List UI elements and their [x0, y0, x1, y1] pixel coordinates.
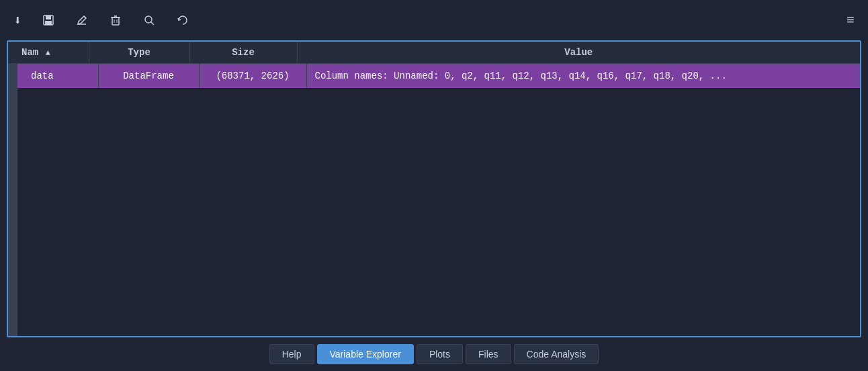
col-value-label: Value [564, 47, 593, 58]
table-row[interactable]: data DataFrame (68371, 2626) Column name… [17, 64, 860, 88]
download-icon[interactable]: ⬇ [13, 12, 21, 29]
col-header-size[interactable]: Size [189, 42, 297, 64]
search-icon[interactable] [142, 13, 156, 27]
cell-value: Column names: Unnamed: 0, q2, q11, q12, … [306, 64, 860, 88]
data-table: Nam ▲ Type Size Value [8, 42, 860, 64]
refresh-icon[interactable] [176, 13, 189, 27]
col-header-value[interactable]: Value [297, 42, 860, 64]
col-name-label: Nam [21, 47, 38, 58]
edit-icon[interactable] [75, 13, 89, 27]
table-body-wrapper: data DataFrame (68371, 2626) Column name… [8, 64, 860, 336]
sort-asc-icon: ▲ [46, 48, 50, 58]
svg-point-9 [145, 16, 152, 23]
svg-rect-2 [45, 21, 52, 25]
delete-icon[interactable] [109, 13, 122, 27]
col-type-label: Type [128, 47, 150, 58]
svg-rect-4 [112, 17, 119, 25]
tab-help[interactable]: Help [269, 344, 314, 364]
svg-rect-1 [46, 15, 51, 19]
table-scroll-area[interactable]: data DataFrame (68371, 2626) Column name… [17, 64, 860, 336]
left-accent-bar [8, 64, 17, 336]
tab-code-analysis[interactable]: Code Analysis [514, 344, 599, 364]
bottom-tab-bar: Help Variable Explorer Plots Files Code … [0, 337, 868, 371]
cell-type: DataFrame [98, 64, 199, 88]
tab-plots[interactable]: Plots [417, 344, 463, 364]
hamburger-menu-icon[interactable]: ≡ [847, 13, 855, 28]
cell-name: data [17, 64, 98, 88]
main-content: Nam ▲ Type Size Value [0, 40, 868, 337]
save-icon[interactable] [42, 13, 55, 27]
svg-line-10 [151, 22, 154, 25]
cell-size: (68371, 2626) [199, 64, 306, 88]
col-header-type[interactable]: Type [89, 42, 189, 64]
col-size-label: Size [232, 47, 255, 58]
tab-files[interactable]: Files [466, 344, 511, 364]
variable-explorer-table: Nam ▲ Type Size Value [7, 40, 861, 337]
toolbar: ⬇ ≡ [0, 0, 868, 40]
data-table-body: data DataFrame (68371, 2626) Column name… [17, 64, 860, 88]
table-header-row: Nam ▲ Type Size Value [8, 42, 860, 64]
col-header-name[interactable]: Nam ▲ [8, 42, 89, 64]
tab-variable-explorer[interactable]: Variable Explorer [317, 344, 414, 364]
